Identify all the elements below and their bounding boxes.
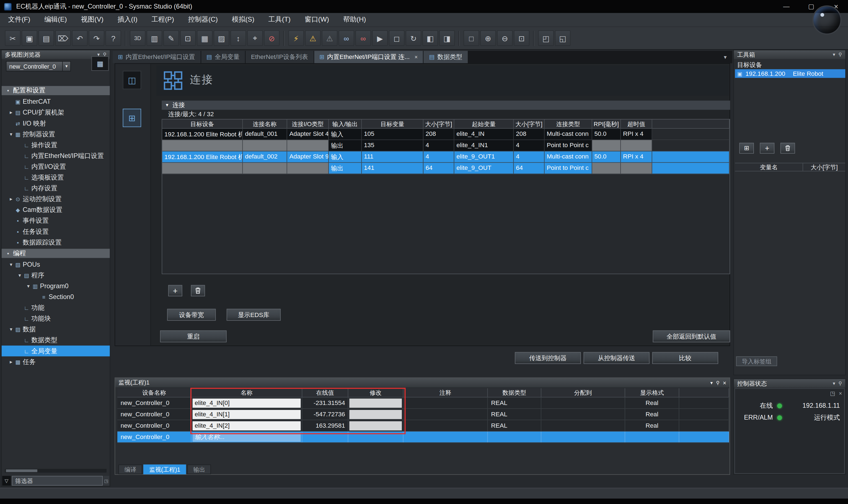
monitor-split-icon[interactable]: ◧ [422,30,438,46]
target-device-item[interactable]: ▣ 192.168.1.200 Elite Robot [735,69,846,78]
cell[interactable]: elite_9_OUT1 [454,151,514,163]
collapse-icon[interactable]: ▾ [833,52,835,57]
cell[interactable] [621,163,652,174]
tree-item-operation-settings[interactable]: ∟操作设置 [2,140,110,150]
comment-cell[interactable] [404,420,488,431]
variable-name-input[interactable]: elite_4_IN[1] [193,410,301,419]
tab-build[interactable]: 编译 [119,465,142,474]
cell[interactable]: 64 [423,163,454,174]
cell[interactable]: 64 [514,163,544,174]
display-format-cell[interactable]: Real [625,409,679,420]
modify-input[interactable] [349,410,402,419]
menu-window[interactable]: 窗口(W) [298,13,336,27]
help-icon[interactable]: ? [105,30,121,46]
select-region-icon[interactable]: □ [463,30,479,46]
stop-icon[interactable]: ◻ [389,30,405,46]
cell[interactable]: 141 [362,163,423,174]
abort-icon[interactable]: ⊘ [264,30,280,46]
cell[interactable] [592,140,621,151]
device-name-cell[interactable]: new_Controller_0 [117,420,192,431]
cell[interactable]: elite_4_IN [454,129,514,140]
cell[interactable]: 192.168.1.200 Elite Robot 机 [162,129,243,140]
tab-overflow-icon[interactable]: ▼ [718,51,732,64]
tree-item-motion-control[interactable]: ►⊙运动控制设置 [2,194,110,204]
cell[interactable] [162,140,243,151]
modify-cell[interactable] [348,409,403,420]
device-name-cell[interactable]: new_Controller_0 [117,409,192,420]
cell[interactable]: 4 [514,151,544,163]
reset-all-default-button[interactable]: 全部返回到默认值 [653,330,730,342]
filter-expand-icon[interactable]: ◳ [103,476,109,485]
controller-select[interactable]: new_Controller_0 ▼ [6,61,71,71]
display-format-cell[interactable] [625,432,679,442]
tree-item-programs[interactable]: ▼▤程序 [2,270,110,281]
minimize-button[interactable]: — [774,0,798,13]
cell[interactable]: 208 [423,129,454,140]
cell[interactable]: 105 [362,129,423,140]
delete-target-button[interactable] [780,143,795,154]
view-3d-icon[interactable]: 3D [130,30,145,46]
warning-off-icon[interactable]: ⚠ [322,30,338,46]
tree-item-event-settings[interactable]: ▪事件设置 [2,215,110,226]
variable-name-input[interactable]: elite_4_IN[2] [193,421,301,430]
watch-new-row[interactable]: new_Controller_0 输入名称... [117,432,729,443]
tree-item-pous[interactable]: ▼▧POUs [2,259,110,270]
tree-item-controller-settings[interactable]: ▼▦控制器设置 [2,129,110,140]
sync-error-icon[interactable]: ∞ [355,30,371,46]
cell[interactable] [243,140,287,151]
tree-section-config[interactable]: ▪配置和设置 [2,86,110,95]
watch-row[interactable]: new_Controller_0 elite_4_IN[0] -231.3155… [117,397,729,409]
edit-tools-icon[interactable]: ✎ [163,30,179,46]
menu-simulation[interactable]: 模拟(S) [225,13,261,27]
cut-icon[interactable]: ✂ [5,30,21,46]
watch-row[interactable]: new_Controller_0 elite_4_IN[1] -547.7273… [117,409,729,420]
collapse-icon[interactable]: ▾ [710,380,713,385]
tab-global-variables[interactable]: ▤全局变量 [201,51,246,64]
cell[interactable]: 111 [362,151,423,163]
tree-item-function-blocks[interactable]: ∟功能块 [2,313,110,324]
undo-icon[interactable]: ↶ [72,30,88,46]
transfer-from-controller-button[interactable]: 从控制器传送 [583,352,649,364]
tab-watch-project1[interactable]: 监视(工程)1 [143,465,186,474]
cell[interactable]: RPI x 4 [621,151,652,163]
tree-item-global-variables[interactable]: ∟全局变量 [2,345,110,356]
tree-item-tasks[interactable]: ►▩任务 [2,356,110,367]
watch-row[interactable]: new_Controller_0 elite_4_IN[2] 163.29581… [117,420,729,432]
cell[interactable]: Adapter Slot 9 [287,151,329,163]
variable-name-input[interactable]: elite_4_IN[0] [193,398,301,408]
sync-icon[interactable]: ∞ [338,30,354,46]
cell[interactable] [592,163,621,174]
cell[interactable]: Adapter Slot 4 [287,129,329,140]
cell[interactable] [243,163,287,174]
cell[interactable]: elite_9_OUT [454,163,514,174]
modify-cell[interactable] [348,432,403,442]
tree-section-programming[interactable]: ▪编程 [2,249,110,258]
tab-builtin-eip-settings[interactable]: ⊞内置EtherNet/IP端口设置 [112,51,201,64]
cell[interactable]: 输入 [329,151,362,163]
cell[interactable] [621,140,652,151]
tree-item-data-types[interactable]: ∟数据类型 [2,335,110,345]
filter-icon[interactable]: ▽ [2,476,11,485]
modify-cell[interactable] [348,397,403,408]
connection-row[interactable]: 输出 135 4 elite_4_IN1 4 Point to Point c [162,140,729,151]
variable-name-input[interactable]: 输入名称... [193,432,301,442]
zoom-out-icon[interactable]: ⊖ [497,30,513,46]
tree-item-builtin-eip-port[interactable]: ∟内置EtherNet/IP端口设置 [2,150,110,161]
search-icon[interactable]: ⌖ [247,30,263,46]
compare-button[interactable]: 比较 [652,352,718,364]
window-dock-icon[interactable]: ◱ [555,30,571,46]
device-bandwidth-button[interactable]: 设备带宽 [167,309,216,321]
variable-name-cell[interactable]: 输入名称... [192,432,302,442]
pin-icon[interactable]: ⚲ [838,52,842,57]
cell[interactable]: 4 [423,140,454,151]
cell[interactable]: default_002 [243,151,287,163]
zoom-fit-icon[interactable]: ⊡ [514,30,529,46]
connection-row-selected[interactable]: 192.168.1.200 Elite Robot 机 default_002 … [162,151,729,163]
menu-controller[interactable]: 控制器(C) [181,13,225,27]
cell[interactable]: 192.168.1.200 Elite Robot 机 [162,151,243,163]
tree-item-functions[interactable]: ∟功能 [2,302,110,313]
pin-icon[interactable]: ⚲ [716,380,720,385]
menu-help[interactable]: 帮助(H) [336,13,373,27]
comment-cell[interactable] [404,397,488,408]
add-target-button[interactable]: + [760,143,774,154]
